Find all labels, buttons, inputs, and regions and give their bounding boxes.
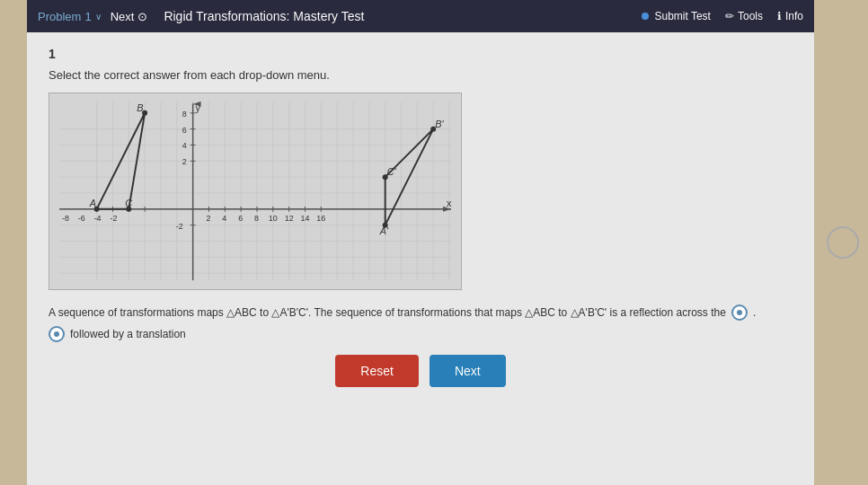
svg-text:A: A: [89, 198, 96, 208]
svg-text:B': B': [435, 119, 444, 129]
svg-text:-8: -8: [62, 214, 69, 223]
svg-text:4: 4: [222, 214, 226, 223]
next-button[interactable]: Next: [430, 355, 506, 387]
problem-label: Problem: [38, 10, 81, 23]
svg-text:6: 6: [182, 126, 187, 135]
problem-number: 1: [84, 10, 91, 23]
svg-text:8: 8: [254, 214, 259, 223]
next-label: Next: [111, 10, 135, 23]
question-number: 1: [49, 47, 793, 61]
device-frame: Problem 1 ∨ Next ⊙ Rigid Transformations…: [0, 0, 868, 485]
submit-icon: [642, 13, 649, 20]
svg-point-87: [383, 223, 388, 228]
submit-test-button[interactable]: Submit Test: [642, 10, 710, 22]
svg-text:10: 10: [269, 214, 278, 223]
toolbar-right: Submit Test ✏ Tools ℹ Info: [642, 10, 803, 22]
svg-text:B: B: [137, 102, 143, 113]
info-label: Info: [785, 10, 803, 22]
info-button[interactable]: ℹ Info: [777, 10, 803, 22]
tools-icon: ✏: [725, 10, 734, 22]
svg-text:2: 2: [182, 157, 187, 166]
info-icon: ℹ: [777, 10, 782, 22]
svg-text:8: 8: [182, 110, 187, 119]
problem-text-1: A sequence of transformations maps △ABC …: [49, 304, 726, 321]
question-instruction: Select the correct answer from each drop…: [49, 68, 793, 82]
svg-text:14: 14: [301, 214, 310, 223]
svg-text:y: y: [196, 102, 201, 113]
svg-text:16: 16: [316, 214, 325, 223]
svg-text:C': C': [387, 166, 397, 177]
chevron-icon: ∨: [95, 12, 102, 22]
problem-indicator[interactable]: Problem 1 ∨: [38, 10, 102, 23]
problem-text-area: A sequence of transformations maps △ABC …: [49, 304, 793, 342]
svg-text:x: x: [447, 198, 452, 208]
buttons-row: Reset Next: [49, 355, 793, 387]
svg-text:-6: -6: [78, 214, 85, 223]
svg-point-88: [430, 127, 436, 132]
home-button[interactable]: [827, 226, 859, 259]
svg-text:2: 2: [207, 214, 211, 223]
tools-label: Tools: [738, 10, 763, 22]
svg-point-89: [383, 174, 388, 180]
answer-line-1: A sequence of transformations maps △ABC …: [49, 304, 793, 321]
toolbar: Problem 1 ∨ Next ⊙ Rigid Transformations…: [27, 0, 814, 32]
dropdown-2-indicator: [54, 331, 59, 337]
dropdown-1-indicator: [737, 310, 742, 315]
svg-point-85: [142, 110, 147, 116]
svg-text:-4: -4: [94, 214, 102, 223]
page-title: Rigid Transformations: Mastery Test: [164, 9, 364, 23]
content-area: 1 Select the correct answer from each dr…: [27, 32, 814, 485]
toolbar-next-button[interactable]: Next ⊙: [111, 10, 148, 23]
graph-container: y -8 -6 -4 -2 2 4 6 8 10 12 14 16: [49, 93, 462, 290]
answer-line-2: followed by a translation: [49, 326, 793, 342]
screen: Problem 1 ∨ Next ⊙ Rigid Transformations…: [27, 0, 814, 485]
coordinate-graph: y -8 -6 -4 -2 2 4 6 8 10 12 14 16: [49, 93, 461, 289]
svg-point-86: [126, 207, 131, 212]
reset-button[interactable]: Reset: [335, 355, 419, 387]
submit-label: Submit Test: [654, 10, 710, 22]
svg-text:12: 12: [285, 214, 294, 223]
svg-text:6: 6: [238, 214, 243, 223]
problem-text-2: followed by a translation: [70, 326, 186, 342]
svg-text:-2: -2: [110, 214, 117, 223]
next-icon: ⊙: [137, 10, 147, 23]
dropdown-1[interactable]: [731, 304, 748, 321]
svg-text:-2: -2: [176, 222, 183, 231]
svg-point-84: [94, 207, 100, 212]
dropdown-2[interactable]: [49, 326, 65, 342]
period: .: [753, 304, 756, 321]
svg-text:4: 4: [182, 141, 187, 150]
toolbar-left: Problem 1 ∨ Next ⊙ Rigid Transformations…: [38, 9, 631, 23]
svg-rect-0: [50, 93, 460, 289]
tools-button[interactable]: ✏ Tools: [725, 10, 763, 22]
